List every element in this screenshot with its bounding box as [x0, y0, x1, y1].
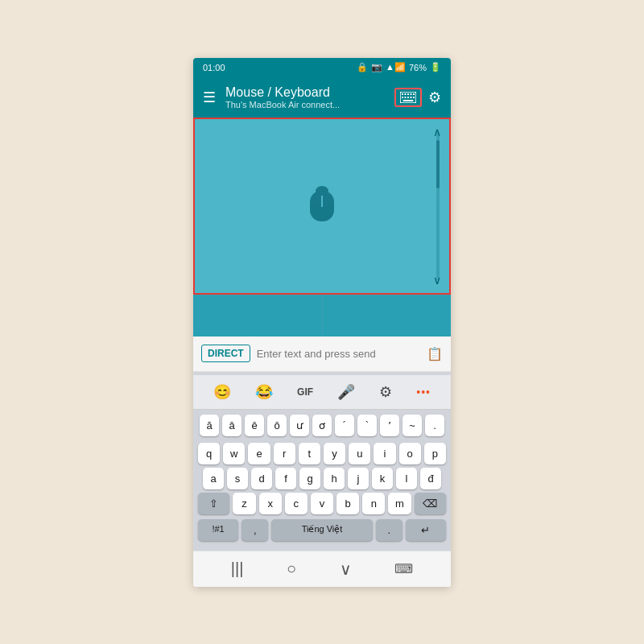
keyboard-toolbar: 😊 😂 GIF 🎤 ⚙ ••• [193, 375, 451, 410]
shift-key[interactable]: ⇧ [198, 493, 229, 514]
key-l[interactable]: l [396, 468, 417, 489]
recents-nav-icon[interactable]: ∨ [340, 559, 352, 579]
settings-icon[interactable]: ⚙ [428, 89, 441, 106]
sticker-icon[interactable]: 😂 [252, 382, 276, 402]
gif-button[interactable]: GIF [294, 385, 316, 399]
more-options-icon[interactable]: ••• [413, 384, 434, 400]
key-v[interactable]: v [311, 493, 333, 514]
battery-text: 76% [409, 63, 427, 72]
svg-rect-10 [413, 97, 415, 98]
svg-rect-7 [405, 97, 407, 98]
text-input[interactable] [257, 348, 420, 360]
key-acute[interactable]: ´ [335, 415, 354, 436]
key-row-1: q w e r t y u i o p [193, 441, 451, 466]
status-time: 01:00 [203, 63, 225, 72]
signal-icon: ▲📶 [386, 62, 406, 72]
left-click-button[interactable] [193, 295, 323, 336]
direct-label[interactable]: DIRECT [201, 345, 250, 362]
app-header: ☰ Mouse / Keyboard Thu's MacBook Air con… [193, 77, 451, 118]
key-a-circ[interactable]: â [222, 415, 242, 436]
key-b[interactable]: b [336, 493, 359, 514]
key-tilde[interactable]: ~ [402, 415, 422, 436]
svg-rect-4 [411, 93, 412, 95]
key-o-horn[interactable]: ơ [312, 415, 332, 436]
title-area: Mouse / Keyboard Thu's MacBook Air conne… [225, 85, 394, 109]
keyboard-settings-icon[interactable]: ⚙ [376, 382, 395, 402]
key-c[interactable]: c [285, 493, 308, 514]
direct-input-row: DIRECT 📋 [193, 336, 451, 372]
lock-icon: 🔒 [357, 62, 368, 72]
touchpad-area[interactable]: ∧ ∨ [193, 118, 451, 295]
svg-rect-6 [402, 97, 403, 98]
key-a[interactable]: a [203, 468, 224, 489]
phone-container: 01:00 🔒 📷 ▲📶 76% 🔋 ☰ Mouse / Keyboard Th… [193, 58, 451, 587]
battery-icon: 🔋 [430, 62, 441, 72]
back-nav-icon[interactable]: ||| [231, 559, 244, 578]
symbols-key[interactable]: !#1 [198, 519, 238, 541]
home-nav-icon[interactable]: ○ [287, 559, 296, 578]
key-n[interactable]: n [362, 493, 385, 514]
scroll-down-icon[interactable]: ∨ [433, 274, 441, 287]
app-subtitle: Thu's MacBook Air connect... [225, 100, 394, 109]
period-key[interactable]: . [376, 519, 402, 541]
key-row-bottom: !#1 , Tiếng Việt . ↵ [193, 516, 451, 547]
keyboard-toggle-button[interactable] [394, 88, 422, 107]
mouse-buttons [193, 295, 451, 336]
svg-rect-1 [402, 93, 403, 95]
key-a-breve[interactable]: ă [200, 415, 219, 436]
key-i[interactable]: i [374, 443, 395, 464]
svg-rect-9 [411, 97, 412, 98]
special-chars-row: ă â ê ô ư ơ ´ ` ʼ ~ . [193, 410, 451, 441]
key-e-circ[interactable]: ê [245, 415, 264, 436]
right-click-button[interactable] [323, 295, 452, 336]
key-row-2: a s d f g h j k l đ [193, 466, 451, 491]
key-o-circ[interactable]: ô [267, 415, 287, 436]
key-w[interactable]: w [223, 443, 245, 464]
key-q[interactable]: q [198, 443, 220, 464]
key-r[interactable]: r [274, 443, 295, 464]
key-k[interactable]: k [372, 468, 393, 489]
svg-rect-8 [407, 97, 409, 98]
key-apostrophe[interactable]: ʼ [380, 415, 399, 436]
status-icons: 🔒 📷 ▲📶 76% 🔋 [357, 62, 441, 72]
key-o[interactable]: o [399, 443, 421, 464]
key-u-horn[interactable]: ư [290, 415, 309, 436]
app-title: Mouse / Keyboard [225, 85, 394, 100]
svg-rect-11 [403, 100, 414, 101]
svg-rect-14 [316, 186, 328, 196]
key-y[interactable]: y [324, 443, 345, 464]
key-z[interactable]: z [233, 493, 255, 514]
svg-rect-5 [413, 93, 415, 95]
enter-key[interactable]: ↵ [406, 519, 446, 541]
svg-rect-2 [405, 93, 407, 95]
camera-icon: 📷 [371, 62, 382, 72]
keyboard-icon [400, 92, 416, 103]
comma-key[interactable]: , [242, 519, 268, 541]
keyboard-area: 😊 😂 GIF 🎤 ⚙ ••• ă â ê ô ư ơ ´ ` ʼ ~ . q … [193, 372, 451, 551]
key-j[interactable]: j [348, 468, 369, 489]
emoji-icon[interactable]: 😊 [210, 382, 234, 402]
language-key[interactable]: Tiếng Việt [271, 519, 372, 541]
scrollbar-track [436, 132, 440, 280]
key-f[interactable]: f [275, 468, 296, 489]
voice-icon[interactable]: 🎤 [334, 382, 358, 402]
key-x[interactable]: x [259, 493, 282, 514]
clipboard-icon[interactable]: 📋 [427, 346, 443, 361]
key-grave[interactable]: ` [357, 415, 377, 436]
key-p[interactable]: p [424, 443, 446, 464]
backspace-key[interactable]: ⌫ [415, 493, 446, 514]
key-e[interactable]: e [248, 443, 270, 464]
key-d-stroke[interactable]: đ [420, 468, 441, 489]
keyboard-nav-icon[interactable]: ⌨ [394, 561, 413, 576]
key-u[interactable]: u [349, 443, 370, 464]
key-h[interactable]: h [324, 468, 345, 489]
key-s[interactable]: s [227, 468, 248, 489]
key-d[interactable]: d [251, 468, 272, 489]
status-bar: 01:00 🔒 📷 ▲📶 76% 🔋 [193, 58, 451, 77]
header-actions: ⚙ [394, 88, 441, 107]
menu-icon[interactable]: ☰ [203, 89, 216, 106]
key-m[interactable]: m [388, 493, 411, 514]
key-t[interactable]: t [299, 443, 320, 464]
key-dot[interactable]: . [425, 415, 444, 436]
key-g[interactable]: g [299, 468, 320, 489]
